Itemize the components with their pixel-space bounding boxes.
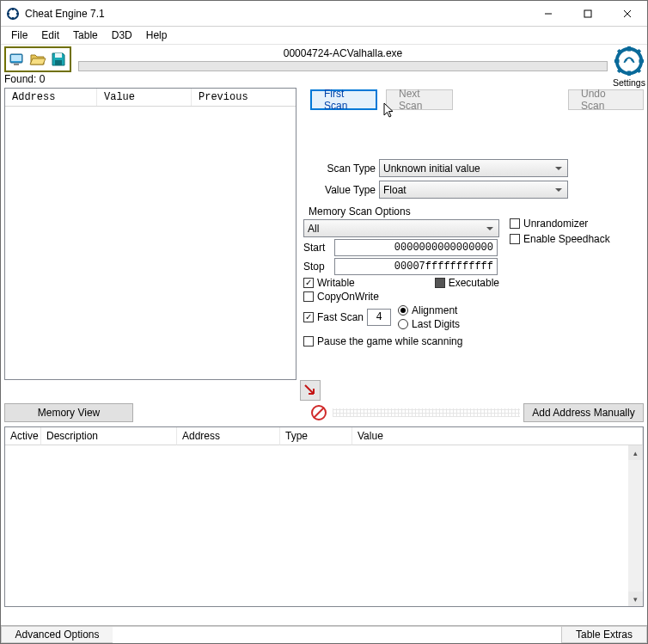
unrandomizer-checkbox[interactable]: Unrandomizer bbox=[510, 218, 610, 230]
mem-region-select[interactable]: All bbox=[303, 219, 499, 237]
addrlist-col-address[interactable]: Address bbox=[177, 427, 280, 445]
menu-d3d[interactable]: D3D bbox=[105, 28, 139, 43]
pause-checkbox[interactable]: Pause the game while scanning bbox=[303, 335, 462, 347]
svg-rect-3 bbox=[7, 13, 9, 15]
addrlist-col-type[interactable]: Type bbox=[280, 427, 352, 445]
svg-rect-12 bbox=[55, 53, 62, 58]
fast-scan-checkbox[interactable]: Fast Scan bbox=[303, 311, 364, 323]
splitter-handle[interactable] bbox=[333, 408, 520, 417]
menu-file[interactable]: File bbox=[4, 28, 34, 43]
copyonwrite-checkbox[interactable]: CopyOnWrite bbox=[303, 291, 379, 303]
svg-rect-11 bbox=[14, 64, 19, 65]
executable-checkbox[interactable]: Executable bbox=[435, 277, 499, 289]
fast-scan-value-input[interactable] bbox=[367, 309, 391, 326]
minimize-button[interactable] bbox=[529, 1, 568, 26]
stop-input[interactable] bbox=[334, 258, 498, 275]
mem-opts-label: Memory Scan Options bbox=[309, 205, 501, 218]
results-col-value[interactable]: Value bbox=[97, 89, 192, 106]
menu-table[interactable]: Table bbox=[66, 28, 105, 43]
table-extras-button[interactable]: Table Extras bbox=[561, 626, 647, 643]
svg-rect-13 bbox=[55, 60, 62, 65]
alignment-radio[interactable]: Alignment bbox=[398, 304, 460, 316]
app-icon bbox=[6, 7, 20, 21]
progress-bar bbox=[78, 61, 608, 71]
results-col-previous[interactable]: Previous bbox=[192, 89, 296, 106]
start-label: Start bbox=[303, 242, 331, 254]
results-col-address[interactable]: Address bbox=[5, 89, 97, 106]
svg-rect-15 bbox=[627, 46, 631, 52]
maximize-button[interactable] bbox=[568, 1, 608, 26]
forbid-icon bbox=[309, 402, 329, 423]
attached-process-label: 00004724-ACValhalla.exe bbox=[78, 47, 608, 59]
close-button[interactable] bbox=[608, 1, 647, 26]
app-logo-icon[interactable] bbox=[613, 45, 645, 77]
svg-rect-17 bbox=[614, 59, 620, 63]
addrlist-col-value[interactable]: Value bbox=[352, 427, 643, 445]
svg-point-14 bbox=[617, 49, 642, 74]
undo-scan-button: Undo Scan bbox=[568, 89, 644, 110]
settings-link[interactable]: Settings bbox=[613, 77, 645, 88]
value-type-select[interactable]: Float bbox=[379, 181, 568, 199]
found-label: Found: 0 bbox=[1, 73, 611, 86]
memory-view-button[interactable]: Memory View bbox=[4, 403, 133, 422]
window-title: Cheat Engine 7.1 bbox=[25, 8, 105, 20]
add-to-addresslist-button[interactable] bbox=[300, 380, 321, 401]
addrlist-scrollbar[interactable]: ▴ ▾ bbox=[628, 445, 643, 606]
menu-help[interactable]: Help bbox=[139, 28, 174, 43]
select-process-button[interactable] bbox=[7, 49, 28, 70]
menu-edit[interactable]: Edit bbox=[34, 28, 66, 43]
menubar: File Edit Table D3D Help bbox=[1, 27, 647, 45]
scan-results-list[interactable]: Address Value Previous bbox=[4, 88, 296, 380]
add-address-manually-button[interactable]: Add Address Manually bbox=[523, 403, 644, 422]
stop-label: Stop bbox=[303, 261, 331, 273]
addrlist-col-active[interactable]: Active bbox=[5, 427, 41, 445]
save-button[interactable] bbox=[48, 49, 69, 70]
value-type-label: Value Type bbox=[314, 184, 376, 196]
svg-rect-1 bbox=[12, 8, 14, 10]
scan-type-select[interactable]: Unknown initial value bbox=[379, 159, 568, 177]
svg-rect-10 bbox=[11, 55, 21, 61]
advanced-options-button[interactable]: Advanced Options bbox=[1, 626, 113, 643]
svg-rect-2 bbox=[12, 17, 14, 20]
next-scan-button: Next Scan bbox=[386, 89, 453, 110]
addrlist-col-description[interactable]: Description bbox=[41, 427, 177, 445]
svg-rect-18 bbox=[639, 59, 644, 63]
svg-point-24 bbox=[631, 59, 633, 62]
first-scan-button[interactable]: First Scan bbox=[310, 89, 377, 110]
speedhack-checkbox[interactable]: Enable Speedhack bbox=[510, 233, 610, 245]
scroll-down-icon[interactable]: ▾ bbox=[628, 592, 643, 606]
titlebar: Cheat Engine 7.1 bbox=[1, 1, 647, 27]
last-digits-radio[interactable]: Last Digits bbox=[398, 318, 460, 330]
scan-type-label: Scan Type bbox=[314, 163, 376, 175]
svg-rect-4 bbox=[16, 13, 19, 15]
address-list[interactable]: Active Description Address Type Value ▴ … bbox=[4, 426, 644, 607]
open-file-button[interactable] bbox=[28, 49, 48, 70]
svg-rect-16 bbox=[627, 71, 631, 76]
svg-rect-6 bbox=[584, 10, 591, 17]
svg-point-23 bbox=[625, 59, 627, 62]
writable-checkbox[interactable]: Writable bbox=[303, 277, 355, 289]
start-input[interactable] bbox=[334, 239, 498, 256]
scroll-up-icon[interactable]: ▴ bbox=[628, 445, 643, 460]
svg-line-26 bbox=[314, 408, 324, 418]
